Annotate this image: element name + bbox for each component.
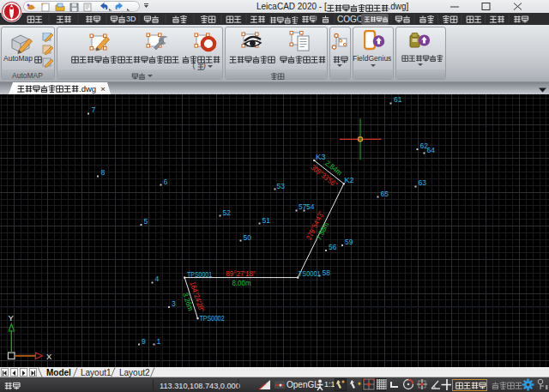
svg-text:K2: K2 — [345, 176, 354, 184]
svg-text:56: 56 — [329, 243, 337, 251]
svg-text:54: 54 — [306, 202, 315, 211]
svg-text:58: 58 — [323, 268, 331, 277]
svg-text:TS0001: TS0001 — [299, 269, 321, 278]
svg-text:1: 1 — [157, 337, 161, 346]
svg-text:TPS0002: TPS0002 — [200, 314, 225, 323]
svg-text:7: 7 — [92, 106, 96, 114]
svg-text:51: 51 — [262, 216, 271, 225]
svg-text:Y: Y — [9, 313, 15, 323]
svg-text:5: 5 — [144, 217, 148, 226]
svg-text:X: X — [46, 352, 52, 361]
svg-text:50: 50 — [244, 233, 252, 242]
svg-text:65: 65 — [381, 190, 389, 198]
svg-text:K3: K3 — [316, 153, 326, 161]
svg-text:TPS0001: TPS0001 — [187, 270, 212, 279]
svg-text:89°27'18": 89°27'18" — [226, 269, 256, 278]
svg-text:52: 52 — [223, 208, 232, 217]
svg-text:59: 59 — [345, 238, 353, 246]
svg-text:61: 61 — [394, 95, 402, 104]
svg-text:4: 4 — [155, 274, 160, 283]
svg-text:8.00m: 8.00m — [232, 279, 251, 287]
svg-text:9: 9 — [142, 337, 146, 346]
svg-text:64: 64 — [427, 146, 436, 154]
svg-text:63: 63 — [419, 178, 427, 187]
svg-text:8: 8 — [101, 168, 106, 177]
svg-text:3: 3 — [172, 299, 176, 308]
svg-text:53: 53 — [277, 182, 286, 190]
svg-text:6: 6 — [164, 178, 168, 186]
